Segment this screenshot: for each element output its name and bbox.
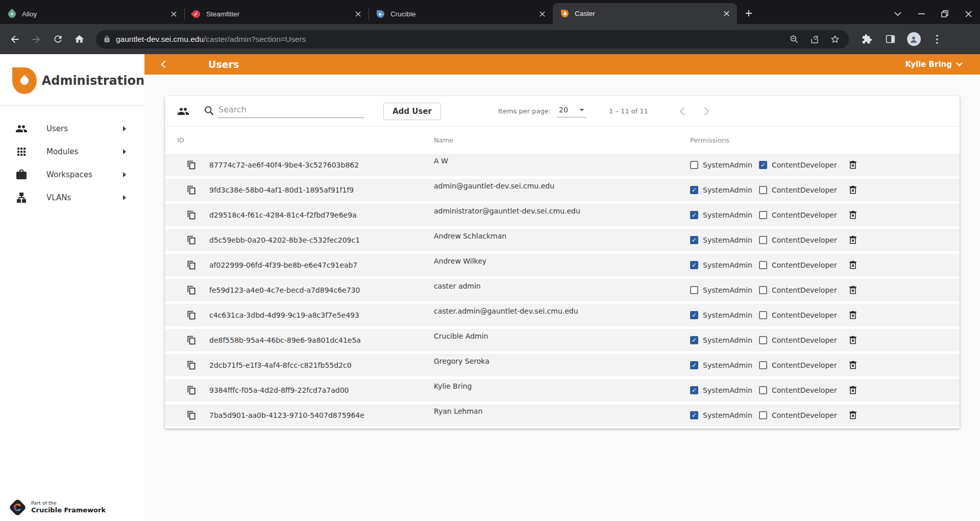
home-button[interactable]	[68, 29, 90, 50]
contentdeveloper-permission[interactable]: ContentDeveloper	[759, 311, 847, 319]
contentdeveloper-permission[interactable]: ContentDeveloper	[759, 361, 847, 369]
window-restore-button[interactable]	[933, 4, 957, 23]
back-chevron-icon[interactable]	[157, 58, 169, 70]
systemadmin-permission[interactable]: SystemAdmin	[690, 286, 759, 294]
contentdeveloper-permission[interactable]: ContentDeveloper	[759, 386, 847, 394]
copy-id-icon[interactable]	[186, 259, 197, 271]
tab-alloy[interactable]: + Alloy	[0, 4, 184, 24]
sidebar-item-vlans[interactable]: VLANs	[0, 186, 144, 209]
tab-close-icon[interactable]	[168, 8, 179, 19]
systemadmin-permission[interactable]: SystemAdmin	[690, 311, 759, 319]
items-per-page-select[interactable]: 20	[557, 105, 586, 117]
new-tab-button[interactable]	[741, 6, 756, 21]
address-bar[interactable]: gauntlet-dev.sei.cmu.edu/caster/admin?se…	[96, 30, 849, 49]
systemadmin-checkbox[interactable]	[690, 211, 698, 219]
systemadmin-permission[interactable]: SystemAdmin	[690, 161, 759, 169]
systemadmin-permission[interactable]: SystemAdmin	[690, 186, 759, 194]
systemadmin-checkbox[interactable]	[690, 361, 698, 369]
extensions-puzzle-icon[interactable]	[856, 29, 877, 50]
search-input[interactable]	[218, 105, 364, 114]
systemadmin-permission[interactable]: SystemAdmin	[690, 211, 759, 219]
tab-crucible[interactable]: ▶ Crucible	[369, 4, 553, 24]
contentdeveloper-checkbox[interactable]	[759, 361, 767, 369]
copy-id-icon[interactable]	[186, 285, 197, 296]
copy-id-icon[interactable]	[186, 385, 197, 396]
forward-button[interactable]	[26, 29, 47, 50]
contentdeveloper-checkbox[interactable]	[759, 261, 767, 269]
systemadmin-checkbox[interactable]	[690, 411, 698, 419]
window-minimize-button[interactable]	[910, 4, 933, 23]
systemadmin-permission[interactable]: SystemAdmin	[690, 236, 759, 244]
sidebar-item-users[interactable]: Users	[0, 117, 144, 140]
tab-close-icon[interactable]	[536, 8, 548, 19]
side-panel-icon[interactable]	[879, 29, 901, 50]
delete-user-trash-icon[interactable]	[847, 159, 859, 171]
contentdeveloper-permission[interactable]: ContentDeveloper	[759, 161, 847, 169]
profile-avatar[interactable]	[903, 29, 924, 50]
systemadmin-checkbox[interactable]	[690, 186, 698, 194]
systemadmin-checkbox[interactable]	[690, 261, 698, 269]
contentdeveloper-permission[interactable]: ContentDeveloper	[759, 411, 847, 419]
contentdeveloper-checkbox[interactable]	[759, 336, 767, 344]
contentdeveloper-checkbox[interactable]	[759, 311, 767, 319]
systemadmin-checkbox[interactable]	[690, 236, 698, 244]
delete-user-trash-icon[interactable]	[847, 385, 859, 396]
next-page-button[interactable]	[699, 104, 715, 119]
zoom-icon[interactable]	[786, 31, 803, 48]
contentdeveloper-checkbox[interactable]	[759, 211, 767, 219]
back-button[interactable]	[4, 29, 26, 50]
copy-id-icon[interactable]	[186, 335, 197, 346]
delete-user-trash-icon[interactable]	[847, 259, 859, 271]
systemadmin-permission[interactable]: SystemAdmin	[690, 361, 759, 369]
bookmark-star-icon[interactable]	[826, 31, 844, 48]
copy-id-icon[interactable]	[186, 159, 197, 171]
contentdeveloper-permission[interactable]: ContentDeveloper	[759, 211, 847, 219]
delete-user-trash-icon[interactable]	[847, 234, 859, 246]
contentdeveloper-checkbox[interactable]	[759, 286, 767, 294]
contentdeveloper-permission[interactable]: ContentDeveloper	[759, 286, 847, 294]
copy-id-icon[interactable]	[186, 360, 197, 371]
systemadmin-checkbox[interactable]	[690, 161, 698, 169]
contentdeveloper-checkbox[interactable]	[759, 236, 767, 244]
delete-user-trash-icon[interactable]	[847, 209, 859, 221]
tab-caster-active[interactable]: Caster	[553, 3, 737, 24]
tab-search-chevron-icon[interactable]	[886, 4, 910, 23]
systemadmin-permission[interactable]: SystemAdmin	[690, 411, 759, 419]
contentdeveloper-checkbox[interactable]	[759, 386, 767, 394]
systemadmin-checkbox[interactable]	[690, 386, 698, 394]
copy-id-icon[interactable]	[186, 310, 197, 321]
window-close-button[interactable]	[957, 4, 980, 23]
copy-id-icon[interactable]	[186, 209, 197, 221]
reload-button[interactable]	[47, 29, 68, 50]
tab-steamfitter[interactable]: ✓ Steamfitter	[184, 4, 369, 24]
contentdeveloper-permission[interactable]: ContentDeveloper	[759, 236, 847, 244]
delete-user-trash-icon[interactable]	[847, 285, 859, 296]
systemadmin-permission[interactable]: SystemAdmin	[690, 261, 759, 269]
sidebar-item-modules[interactable]: Modules	[0, 140, 144, 163]
contentdeveloper-checkbox[interactable]	[759, 161, 767, 169]
contentdeveloper-permission[interactable]: ContentDeveloper	[759, 261, 847, 269]
contentdeveloper-checkbox[interactable]	[759, 411, 767, 419]
copy-id-icon[interactable]	[186, 410, 197, 421]
share-icon[interactable]	[806, 31, 823, 48]
systemadmin-permission[interactable]: SystemAdmin	[690, 386, 759, 394]
contentdeveloper-permission[interactable]: ContentDeveloper	[759, 186, 847, 194]
delete-user-trash-icon[interactable]	[847, 335, 859, 346]
delete-user-trash-icon[interactable]	[847, 184, 859, 196]
systemadmin-checkbox[interactable]	[690, 286, 698, 294]
tab-close-icon[interactable]	[352, 8, 363, 19]
contentdeveloper-permission[interactable]: ContentDeveloper	[759, 336, 847, 344]
tab-close-icon[interactable]	[721, 8, 732, 19]
copy-id-icon[interactable]	[186, 234, 197, 246]
browser-menu-dots-icon[interactable]	[926, 29, 948, 50]
delete-user-trash-icon[interactable]	[847, 310, 859, 321]
delete-user-trash-icon[interactable]	[847, 360, 859, 371]
user-menu[interactable]: Kylie Bring	[905, 60, 963, 69]
contentdeveloper-checkbox[interactable]	[759, 186, 767, 194]
sidebar-item-workspaces[interactable]: Workspaces	[0, 163, 144, 186]
previous-page-button[interactable]	[675, 104, 690, 119]
systemadmin-checkbox[interactable]	[690, 311, 698, 319]
delete-user-trash-icon[interactable]	[847, 410, 859, 421]
systemadmin-checkbox[interactable]	[690, 336, 698, 344]
systemadmin-permission[interactable]: SystemAdmin	[690, 336, 759, 344]
